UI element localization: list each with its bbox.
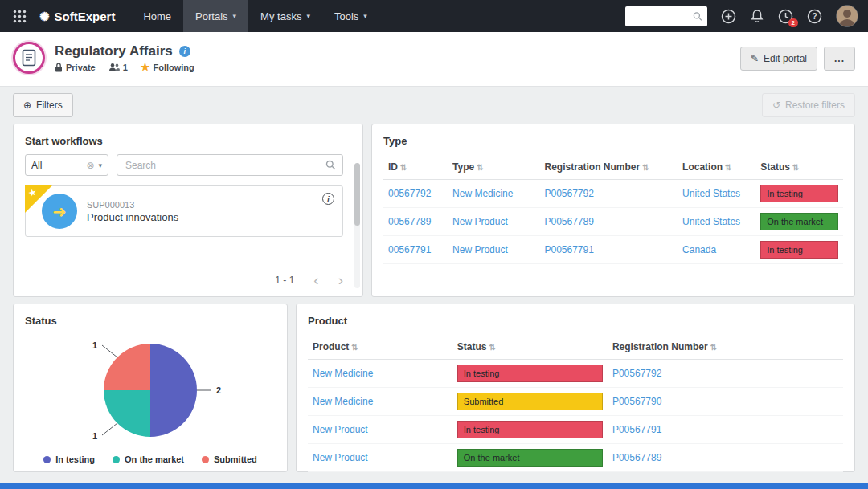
navbar-search-box (625, 6, 707, 26)
table-header-row: Product⇅ Status⇅ Registration Number⇅ (308, 334, 843, 360)
edit-portal-label: Edit portal (764, 53, 807, 64)
legend-item-on-the-market[interactable]: On the market (113, 454, 184, 464)
nav-item-home[interactable]: Home (131, 0, 183, 32)
location-link[interactable]: Canada (682, 244, 716, 255)
notifications-button[interactable] (750, 9, 764, 24)
scrollbar-thumb[interactable] (354, 163, 360, 226)
edit-portal-button[interactable]: ✎ Edit portal (740, 47, 817, 71)
status-badge: In testing (760, 185, 838, 202)
table-row: 00567789 New Product P00567789 United St… (383, 208, 843, 236)
pie-value-submitted: 1 (92, 340, 97, 350)
registration-link[interactable]: P00567791 (612, 424, 661, 435)
col-header-product[interactable]: Product⇅ (308, 334, 452, 360)
registration-link[interactable]: P00567791 (544, 244, 593, 255)
nav-my-tasks-label: My tasks (260, 10, 301, 22)
product-widget: Product Product⇅ Status⇅ Registration Nu… (296, 304, 855, 472)
status-badge: In testing (760, 241, 838, 259)
product-link[interactable]: New Medicine (313, 368, 373, 379)
workflow-filter-dropdown[interactable]: All ⊗ ▾ (25, 154, 108, 176)
chevron-left-icon[interactable]: ‹ (313, 272, 318, 287)
registration-link[interactable]: P00567792 (612, 368, 661, 379)
col-header-status[interactable]: Status⇅ (452, 334, 608, 360)
status-badge: Submitted (457, 393, 603, 410)
col-header-registration-number[interactable]: Registration Number⇅ (539, 154, 678, 180)
members-indicator[interactable]: 1 (108, 63, 128, 72)
pending-tasks-button[interactable]: 2 (778, 9, 793, 24)
help-button[interactable]: ? (807, 9, 822, 24)
registration-link[interactable]: P00567790 (612, 396, 661, 407)
workflow-code: SUP000013 (87, 200, 178, 210)
status-badge: On the market (457, 449, 603, 467)
brand-logo[interactable]: ✺ SoftExpert (39, 10, 115, 23)
privacy-indicator: Private (55, 63, 96, 72)
pagination-label: 1 - 1 (275, 275, 294, 286)
sort-icon: ⇅ (725, 163, 731, 172)
users-icon (108, 63, 120, 71)
pie-slice-submitted[interactable] (104, 344, 150, 390)
product-link[interactable]: New Product (313, 424, 368, 435)
location-link[interactable]: United States (682, 188, 740, 199)
col-header-id[interactable]: ID⇅ (383, 154, 448, 180)
type-table: ID⇅ Type⇅ Registration Number⇅ Location⇅… (383, 154, 843, 264)
registration-link[interactable]: P00567789 (612, 452, 661, 463)
chevron-down-icon: ▾ (233, 12, 237, 20)
nav-item-portals[interactable]: Portals ▾ (183, 0, 248, 32)
pie-slice-in-testing[interactable] (150, 344, 197, 437)
sort-icon: ⇅ (400, 163, 407, 172)
app-grid-button[interactable] (10, 10, 30, 23)
product-table: Product⇅ Status⇅ Registration Number⇅ Ne… (308, 334, 843, 472)
portal-info-icon[interactable]: i (179, 46, 190, 57)
table-header-row: ID⇅ Type⇅ Registration Number⇅ Location⇅… (383, 154, 843, 180)
col-header-status[interactable]: Status⇅ (755, 154, 843, 180)
product-link[interactable]: New Medicine (313, 396, 373, 407)
dropdown-value: All (31, 160, 42, 171)
col-header-type[interactable]: Type⇅ (448, 154, 539, 180)
legend-dot (113, 456, 120, 463)
clear-icon[interactable]: ⊗ (86, 160, 94, 171)
chevron-right-icon[interactable]: › (338, 272, 343, 287)
id-link[interactable]: 00567791 (388, 244, 431, 255)
type-link[interactable]: New Medicine (452, 188, 513, 199)
legend-item-submitted[interactable]: Submitted (202, 454, 257, 464)
registration-link[interactable]: P00567792 (544, 188, 593, 199)
restore-filters-label: Restore filters (785, 100, 845, 111)
pie-leader-line (102, 345, 117, 357)
navbar-search-input[interactable] (630, 10, 693, 22)
add-new-button[interactable] (721, 9, 736, 24)
legend-dot (43, 456, 51, 463)
col-header-registration-number[interactable]: Registration Number⇅ (608, 334, 843, 360)
user-avatar[interactable] (836, 5, 858, 27)
page-title: Regulatory Affairs (55, 43, 173, 59)
legend-item-in-testing[interactable]: In testing (43, 454, 95, 464)
status-chart-widget: Status 1 2 1 (13, 304, 288, 472)
content-area: Start workflows All ⊗ ▾ (0, 122, 868, 472)
lock-icon (55, 63, 63, 72)
filters-button[interactable]: ⊕ Filters (13, 93, 73, 117)
nav-item-my-tasks[interactable]: My tasks ▾ (248, 0, 322, 32)
nav-item-tools[interactable]: Tools ▾ (322, 0, 379, 32)
plus-circle-icon: ⊕ (23, 100, 31, 111)
legend-dot (202, 456, 209, 463)
workflow-name: Product innovations (87, 211, 178, 223)
widget-title-start-workflows: Start workflows (14, 124, 362, 154)
workflow-info-icon[interactable]: i (322, 193, 334, 205)
id-link[interactable]: 00567789 (388, 216, 431, 227)
more-options-button[interactable]: ... (824, 47, 855, 71)
portal-icon (13, 42, 45, 74)
type-link[interactable]: New Product (452, 244, 508, 255)
restore-filters-button[interactable]: ↺ Restore filters (762, 93, 855, 117)
type-link[interactable]: New Product (452, 216, 508, 227)
location-link[interactable]: United States (682, 216, 740, 227)
status-badge: On the market (760, 213, 838, 230)
status-badge: In testing (457, 421, 603, 438)
workflow-search-input[interactable] (124, 159, 326, 172)
registration-link[interactable]: P00567789 (544, 216, 593, 227)
sort-icon: ⇅ (642, 163, 649, 172)
search-icon (693, 11, 702, 22)
workflow-card-product-innovations[interactable]: ★ ➜ SUP000013 Product innovations i (25, 185, 343, 237)
following-indicator[interactable]: ★ Following (141, 62, 194, 72)
id-link[interactable]: 00567792 (388, 188, 431, 199)
pie-slice-on-the-market[interactable] (104, 390, 150, 437)
col-header-location[interactable]: Location⇅ (678, 154, 755, 180)
product-link[interactable]: New Product (313, 452, 368, 463)
